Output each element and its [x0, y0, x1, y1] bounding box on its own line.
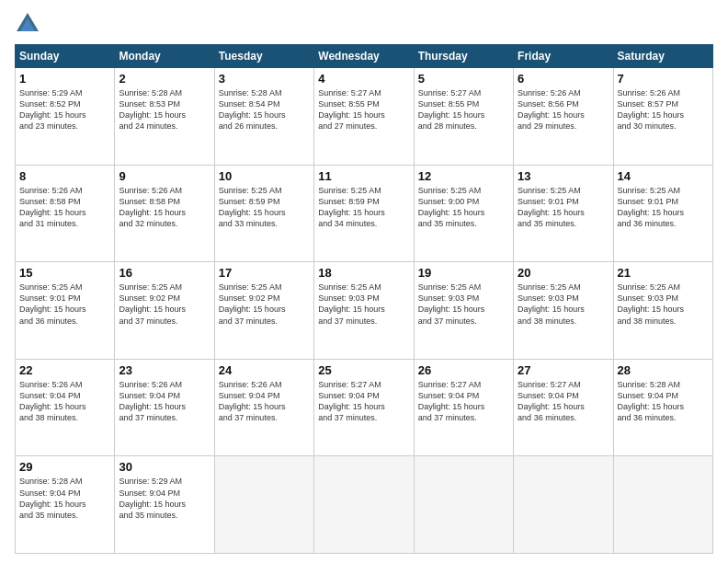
day-detail: Sunrise: 5:27 AM Sunset: 8:55 PM Dayligh…	[418, 87, 509, 132]
day-number: 24	[219, 363, 310, 377]
calendar-cell: 12Sunrise: 5:25 AM Sunset: 9:00 PM Dayli…	[414, 165, 513, 262]
header-cell-friday: Friday	[514, 45, 613, 68]
day-number: 13	[518, 169, 609, 183]
calendar-cell	[613, 456, 712, 554]
header-cell-tuesday: Tuesday	[214, 45, 313, 68]
day-number: 29	[19, 460, 110, 474]
day-detail: Sunrise: 5:25 AM Sunset: 9:03 PM Dayligh…	[618, 282, 709, 327]
calendar-week-1: 8Sunrise: 5:26 AM Sunset: 8:58 PM Daylig…	[16, 165, 713, 262]
header-cell-monday: Monday	[115, 45, 214, 68]
day-number: 19	[418, 266, 509, 280]
day-number: 23	[119, 363, 210, 377]
day-detail: Sunrise: 5:27 AM Sunset: 9:04 PM Dayligh…	[418, 379, 509, 424]
day-detail: Sunrise: 5:27 AM Sunset: 8:55 PM Dayligh…	[318, 87, 409, 132]
calendar-cell: 17Sunrise: 5:25 AM Sunset: 9:02 PM Dayli…	[214, 262, 313, 360]
day-detail: Sunrise: 5:28 AM Sunset: 9:04 PM Dayligh…	[19, 476, 110, 521]
day-detail: Sunrise: 5:26 AM Sunset: 9:04 PM Dayligh…	[119, 379, 210, 424]
day-number: 14	[618, 169, 709, 183]
day-number: 10	[219, 169, 310, 183]
day-detail: Sunrise: 5:29 AM Sunset: 8:52 PM Dayligh…	[19, 87, 110, 132]
day-detail: Sunrise: 5:25 AM Sunset: 9:01 PM Dayligh…	[19, 282, 110, 327]
day-number: 22	[19, 363, 110, 377]
calendar-cell: 22Sunrise: 5:26 AM Sunset: 9:04 PM Dayli…	[16, 359, 115, 456]
logo	[15, 11, 42, 37]
day-number: 20	[518, 266, 609, 280]
day-number: 17	[219, 266, 310, 280]
day-number: 30	[119, 460, 210, 474]
day-number: 7	[618, 72, 709, 86]
day-detail: Sunrise: 5:25 AM Sunset: 9:03 PM Dayligh…	[418, 282, 509, 327]
day-detail: Sunrise: 5:28 AM Sunset: 8:53 PM Dayligh…	[119, 87, 210, 132]
day-number: 11	[318, 169, 409, 183]
calendar-cell: 30Sunrise: 5:29 AM Sunset: 9:04 PM Dayli…	[115, 456, 214, 554]
day-detail: Sunrise: 5:25 AM Sunset: 9:01 PM Dayligh…	[618, 185, 709, 230]
calendar-cell: 28Sunrise: 5:28 AM Sunset: 9:04 PM Dayli…	[613, 359, 712, 456]
day-detail: Sunrise: 5:28 AM Sunset: 9:04 PM Dayligh…	[618, 379, 709, 424]
day-detail: Sunrise: 5:27 AM Sunset: 9:04 PM Dayligh…	[518, 379, 609, 424]
calendar-cell	[414, 456, 513, 554]
page: SundayMondayTuesdayWednesdayThursdayFrid…	[0, 0, 728, 563]
calendar-cell	[214, 456, 313, 554]
logo-icon	[15, 11, 40, 37]
calendar-week-0: 1Sunrise: 5:29 AM Sunset: 8:52 PM Daylig…	[16, 68, 713, 166]
calendar-cell: 25Sunrise: 5:27 AM Sunset: 9:04 PM Dayli…	[314, 359, 414, 456]
calendar-cell: 18Sunrise: 5:25 AM Sunset: 9:03 PM Dayli…	[314, 262, 414, 360]
calendar-cell: 23Sunrise: 5:26 AM Sunset: 9:04 PM Dayli…	[115, 359, 214, 456]
day-number: 1	[19, 72, 110, 86]
calendar-cell: 9Sunrise: 5:26 AM Sunset: 8:58 PM Daylig…	[115, 165, 214, 262]
calendar-cell: 14Sunrise: 5:25 AM Sunset: 9:01 PM Dayli…	[613, 165, 712, 262]
calendar-cell: 6Sunrise: 5:26 AM Sunset: 8:56 PM Daylig…	[514, 68, 613, 166]
calendar-body: 1Sunrise: 5:29 AM Sunset: 8:52 PM Daylig…	[16, 68, 713, 554]
day-detail: Sunrise: 5:25 AM Sunset: 8:59 PM Dayligh…	[219, 185, 310, 230]
calendar-cell: 16Sunrise: 5:25 AM Sunset: 9:02 PM Dayli…	[115, 262, 214, 360]
day-detail: Sunrise: 5:25 AM Sunset: 9:00 PM Dayligh…	[418, 185, 509, 230]
calendar-header: SundayMondayTuesdayWednesdayThursdayFrid…	[16, 45, 713, 68]
calendar-cell: 24Sunrise: 5:26 AM Sunset: 9:04 PM Dayli…	[214, 359, 313, 456]
header-cell-sunday: Sunday	[16, 45, 115, 68]
day-number: 6	[518, 72, 609, 86]
calendar-week-4: 29Sunrise: 5:28 AM Sunset: 9:04 PM Dayli…	[16, 456, 713, 554]
calendar-week-2: 15Sunrise: 5:25 AM Sunset: 9:01 PM Dayli…	[16, 262, 713, 360]
calendar-table: SundayMondayTuesdayWednesdayThursdayFrid…	[15, 44, 713, 554]
calendar-cell: 27Sunrise: 5:27 AM Sunset: 9:04 PM Dayli…	[514, 359, 613, 456]
calendar-cell: 26Sunrise: 5:27 AM Sunset: 9:04 PM Dayli…	[414, 359, 513, 456]
day-detail: Sunrise: 5:29 AM Sunset: 9:04 PM Dayligh…	[119, 476, 210, 521]
day-number: 3	[219, 72, 310, 86]
day-number: 25	[318, 363, 409, 377]
day-detail: Sunrise: 5:25 AM Sunset: 9:03 PM Dayligh…	[318, 282, 409, 327]
day-number: 16	[119, 266, 210, 280]
day-number: 21	[618, 266, 709, 280]
day-number: 15	[19, 266, 110, 280]
day-detail: Sunrise: 5:26 AM Sunset: 8:57 PM Dayligh…	[618, 87, 709, 132]
day-detail: Sunrise: 5:26 AM Sunset: 8:58 PM Dayligh…	[119, 185, 210, 230]
day-number: 9	[119, 169, 210, 183]
day-detail: Sunrise: 5:25 AM Sunset: 9:01 PM Dayligh…	[518, 185, 609, 230]
calendar-cell: 29Sunrise: 5:28 AM Sunset: 9:04 PM Dayli…	[16, 456, 115, 554]
day-number: 2	[119, 72, 210, 86]
day-detail: Sunrise: 5:25 AM Sunset: 8:59 PM Dayligh…	[318, 185, 409, 230]
header-row: SundayMondayTuesdayWednesdayThursdayFrid…	[16, 45, 713, 68]
header	[15, 11, 713, 37]
calendar-cell: 7Sunrise: 5:26 AM Sunset: 8:57 PM Daylig…	[613, 68, 712, 166]
calendar-cell: 2Sunrise: 5:28 AM Sunset: 8:53 PM Daylig…	[115, 68, 214, 166]
calendar-cell: 5Sunrise: 5:27 AM Sunset: 8:55 PM Daylig…	[414, 68, 513, 166]
day-detail: Sunrise: 5:26 AM Sunset: 8:56 PM Dayligh…	[518, 87, 609, 132]
day-detail: Sunrise: 5:25 AM Sunset: 9:02 PM Dayligh…	[219, 282, 310, 327]
day-number: 26	[418, 363, 509, 377]
calendar-cell: 1Sunrise: 5:29 AM Sunset: 8:52 PM Daylig…	[16, 68, 115, 166]
day-number: 12	[418, 169, 509, 183]
day-detail: Sunrise: 5:26 AM Sunset: 9:04 PM Dayligh…	[19, 379, 110, 424]
header-cell-saturday: Saturday	[613, 45, 712, 68]
day-number: 8	[19, 169, 110, 183]
day-detail: Sunrise: 5:26 AM Sunset: 8:58 PM Dayligh…	[19, 185, 110, 230]
day-detail: Sunrise: 5:28 AM Sunset: 8:54 PM Dayligh…	[219, 87, 310, 132]
day-number: 28	[618, 363, 709, 377]
day-number: 18	[318, 266, 409, 280]
header-cell-wednesday: Wednesday	[314, 45, 414, 68]
calendar-cell: 8Sunrise: 5:26 AM Sunset: 8:58 PM Daylig…	[16, 165, 115, 262]
day-detail: Sunrise: 5:27 AM Sunset: 9:04 PM Dayligh…	[318, 379, 409, 424]
calendar-cell: 21Sunrise: 5:25 AM Sunset: 9:03 PM Dayli…	[613, 262, 712, 360]
header-cell-thursday: Thursday	[414, 45, 513, 68]
calendar-cell	[314, 456, 414, 554]
day-number: 27	[518, 363, 609, 377]
